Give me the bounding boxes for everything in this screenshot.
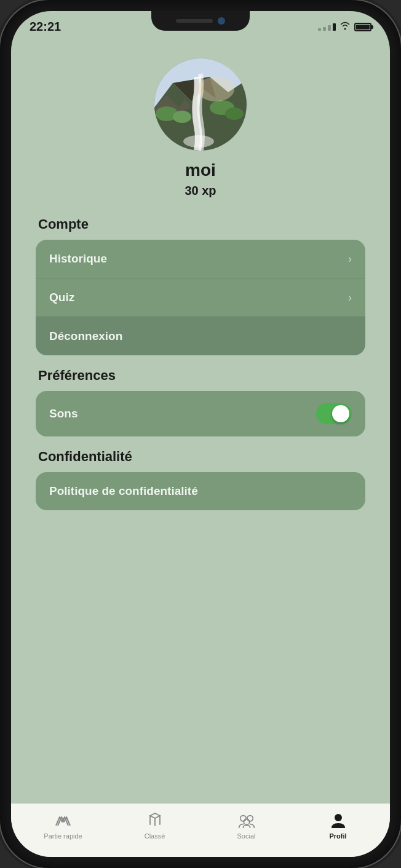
confidentialite-card: Politique de confidentialité	[36, 472, 365, 510]
nav-item-classe[interactable]: Classé	[109, 811, 200, 840]
social-icon	[237, 811, 256, 830]
nav-item-partie-rapide[interactable]: Partie rapide	[17, 811, 109, 840]
bottom-nav: Partie rapide Classé	[11, 803, 390, 857]
preferences-section-title: Préférences	[36, 368, 365, 384]
svg-point-12	[244, 819, 249, 824]
preferences-card: Sons	[36, 391, 365, 436]
compte-card: Historique › Quiz › Déconnexion	[36, 240, 365, 355]
main-content: moi 30 xp Compte Historique › Quiz › Déc…	[11, 34, 390, 803]
sons-label: Sons	[49, 407, 77, 420]
nav-item-profil[interactable]: Profil	[292, 811, 384, 840]
sons-toggle[interactable]	[316, 403, 352, 424]
svg-point-8	[225, 108, 244, 120]
compte-section-title: Compte	[36, 216, 365, 232]
deconnexion-item[interactable]: Déconnexion	[36, 317, 365, 355]
compte-section: Compte Historique › Quiz › Déconnexion	[36, 216, 365, 355]
deconnexion-label: Déconnexion	[49, 329, 122, 343]
svg-point-11	[247, 816, 252, 821]
svg-point-10	[240, 816, 245, 821]
svg-point-4	[183, 135, 214, 148]
politique-item[interactable]: Politique de confidentialité	[36, 472, 365, 510]
nav-item-social[interactable]: Social	[200, 811, 292, 840]
phone-frame: 22:21	[0, 0, 401, 868]
signal-icon	[318, 23, 336, 31]
svg-point-13	[335, 814, 342, 821]
sons-item: Sons	[36, 391, 365, 436]
historique-chevron: ›	[348, 253, 352, 266]
quiz-item[interactable]: Quiz ›	[36, 278, 365, 317]
classe-icon	[146, 811, 164, 830]
quiz-label: Quiz	[49, 291, 74, 304]
preferences-section: Préférences Sons	[36, 368, 365, 436]
quiz-chevron: ›	[348, 291, 352, 304]
notch-speaker	[176, 19, 213, 23]
sons-toggle-wrapper	[316, 403, 352, 424]
nav-label-classe: Classé	[145, 832, 165, 840]
username: moi	[185, 160, 216, 180]
confidentialite-section-title: Confidentialité	[36, 449, 365, 465]
battery-icon	[354, 23, 371, 31]
wifi-icon	[339, 22, 351, 32]
nav-label-social: Social	[237, 832, 256, 840]
status-icons	[318, 22, 371, 32]
confidentialite-section: Confidentialité Politique de confidentia…	[36, 449, 365, 510]
avatar	[154, 58, 247, 151]
notch-camera	[218, 17, 225, 25]
partie-rapide-icon	[54, 811, 73, 830]
profil-icon	[329, 811, 347, 830]
historique-label: Historique	[49, 252, 107, 266]
toggle-knob	[332, 405, 349, 422]
xp-display: 30 xp	[185, 184, 216, 198]
status-time: 22:21	[30, 20, 61, 34]
avatar-container	[154, 58, 247, 151]
nav-label-profil: Profil	[329, 832, 346, 840]
politique-label: Politique de confidentialité	[49, 484, 198, 498]
notch	[151, 11, 250, 31]
phone-screen: 22:21	[11, 11, 390, 857]
historique-item[interactable]: Historique ›	[36, 240, 365, 278]
svg-point-6	[173, 111, 191, 123]
svg-point-9	[197, 77, 234, 101]
nav-label-partie-rapide: Partie rapide	[44, 832, 82, 840]
